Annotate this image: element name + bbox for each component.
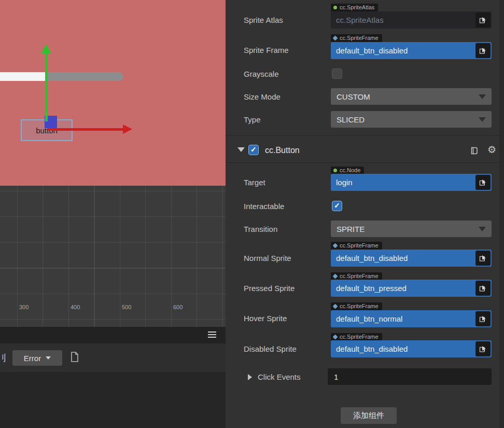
click-events-expand-icon[interactable] <box>248 374 252 380</box>
gizmo-y-arrowhead-icon[interactable] <box>41 44 51 54</box>
click-events-label: Click Events <box>258 372 301 382</box>
badge-text: cc.SpriteFrame <box>340 303 379 309</box>
pressed-sprite-field[interactable]: default_btn_pressed <box>331 280 492 297</box>
badge-text: cc.SpriteFrame <box>340 35 379 41</box>
editor-window: button 300 400 500 600 刂 Error <box>0 0 504 428</box>
ruler-label: 600 <box>173 304 183 310</box>
console-toolbar: 刂 Error <box>0 343 226 372</box>
grayscale-checkbox[interactable] <box>332 68 342 79</box>
disabled-sprite-value: default_btn_disabled <box>336 344 408 353</box>
size-mode-value: CUSTOM <box>337 92 370 101</box>
divider <box>226 162 504 163</box>
transition-value: SPRITE <box>337 225 365 233</box>
asset-picker-button[interactable] <box>475 251 491 266</box>
collapse-toggle-icon[interactable] <box>237 147 245 152</box>
type-select[interactable]: SLICED <box>331 111 492 128</box>
badge-text: cc.SpriteFrame <box>340 273 379 279</box>
add-component-button[interactable]: 添加组件 <box>341 407 397 424</box>
console-log-area[interactable] <box>0 372 226 428</box>
interactable-checkbox[interactable] <box>332 201 342 211</box>
normal-sprite-field[interactable]: default_btn_disabled <box>331 250 492 267</box>
disabled-sprite-field[interactable]: default_btn_disabled <box>331 340 492 357</box>
console-header <box>0 327 226 343</box>
ruler-label: 500 <box>122 304 131 310</box>
hover-sprite-value: default_btn_normal <box>336 314 402 323</box>
asset-picker-button[interactable] <box>475 341 491 356</box>
scene-grid-view[interactable]: 300 400 500 600 <box>0 186 226 327</box>
transition-label: Transition <box>244 225 277 234</box>
node-picker-button[interactable] <box>475 175 491 190</box>
target-node-value: login <box>336 178 353 187</box>
target-label: Target <box>244 178 265 187</box>
badge-text: cc.Node <box>340 167 360 173</box>
clipped-toolbar-text: 刂 <box>0 352 7 364</box>
size-mode-select[interactable]: CUSTOM <box>331 88 492 105</box>
log-filter-dropdown[interactable]: Error <box>12 350 62 366</box>
pressed-sprite-value: default_btn_pressed <box>336 284 407 293</box>
gizmo-x-arrowhead-icon[interactable] <box>123 125 132 134</box>
target-node-field[interactable]: login <box>331 174 492 191</box>
gizmo-x-axis[interactable] <box>48 128 123 131</box>
sprite-frame-type-icon <box>333 303 338 309</box>
badge-text: cc.SpriteAtlas <box>340 4 374 10</box>
asset-type-badge: cc.SpriteFrame <box>331 302 382 310</box>
type-value: SLICED <box>337 115 365 124</box>
ruler-label: 300 <box>19 304 29 310</box>
chevron-down-icon <box>46 356 51 360</box>
add-component-label: 添加组件 <box>353 411 384 421</box>
asset-picker-button[interactable] <box>475 281 491 296</box>
pressed-sprite-label: Pressed Sprite <box>244 284 295 293</box>
asset-picker-button[interactable] <box>475 43 491 58</box>
sprite-atlas-label: Sprite Atlas <box>244 16 283 25</box>
gizmo-y-axis[interactable] <box>45 53 48 121</box>
click-events-count: 1 <box>334 372 338 381</box>
sprite-frame-type-icon <box>333 35 338 40</box>
component-title: cc.Button <box>265 146 300 155</box>
grayscale-label: Grayscale <box>244 70 279 79</box>
size-mode-label: Size Mode <box>244 92 281 102</box>
component-enabled-checkbox[interactable] <box>248 145 259 155</box>
interactable-label: Interactable <box>244 202 284 211</box>
ruler-label: 400 <box>71 304 80 310</box>
normal-sprite-value: default_btn_disabled <box>336 254 408 263</box>
progress-bar-node <box>0 72 123 81</box>
hover-sprite-label: Hover Sprite <box>244 314 287 323</box>
component-docs-icon[interactable] <box>470 146 479 157</box>
log-filter-label: Error <box>24 354 41 363</box>
component-settings-gear-icon[interactable]: ⚙ <box>487 144 496 156</box>
asset-type-badge: cc.SpriteFrame <box>331 34 382 42</box>
sprite-atlas-type-icon <box>333 6 337 9</box>
inspector-panel: Sprite Atlas cc.SpriteAtlas cc.SpriteAtl… <box>226 0 504 428</box>
sprite-frame-type-icon <box>333 334 338 339</box>
asset-type-badge: cc.SpriteFrame <box>331 242 382 250</box>
sprite-atlas-field[interactable]: cc.SpriteAtlas <box>331 11 492 29</box>
asset-picker-button[interactable] <box>475 311 491 326</box>
inspector-scrollbar[interactable] <box>499 0 504 428</box>
progress-bar-track <box>47 72 123 81</box>
sprite-frame-label: Sprite Frame <box>244 46 289 55</box>
sprite-frame-type-icon <box>333 243 338 248</box>
asset-type-badge: cc.SpriteAtlas <box>331 4 378 11</box>
sprite-atlas-value: cc.SpriteAtlas <box>336 16 384 24</box>
progress-bar-fill <box>0 72 47 81</box>
click-events-count-input[interactable]: 1 <box>328 368 492 385</box>
badge-text: cc.SpriteFrame <box>340 334 379 340</box>
log-file-icon[interactable] <box>71 352 79 364</box>
node-type-icon <box>333 169 337 172</box>
asset-type-badge: cc.SpriteFrame <box>331 333 382 341</box>
transition-select[interactable]: SPRITE <box>331 220 492 237</box>
disabled-sprite-label: Disabled Sprite <box>244 344 297 354</box>
divider <box>226 135 504 136</box>
sprite-frame-value: default_btn_disabled <box>336 46 408 55</box>
asset-type-badge: cc.SpriteFrame <box>331 272 382 280</box>
sprite-frame-field[interactable]: default_btn_disabled <box>331 42 492 59</box>
asset-type-badge: cc.Node <box>331 167 364 174</box>
type-label: Type <box>244 115 261 125</box>
badge-text: cc.SpriteFrame <box>340 242 379 248</box>
hover-sprite-field[interactable]: default_btn_normal <box>331 310 492 327</box>
scene-view[interactable]: button <box>0 0 226 186</box>
normal-sprite-label: Normal Sprite <box>244 254 291 263</box>
sprite-frame-type-icon <box>333 273 338 279</box>
hamburger-menu-icon[interactable] <box>208 332 216 339</box>
asset-picker-button[interactable] <box>475 12 491 27</box>
